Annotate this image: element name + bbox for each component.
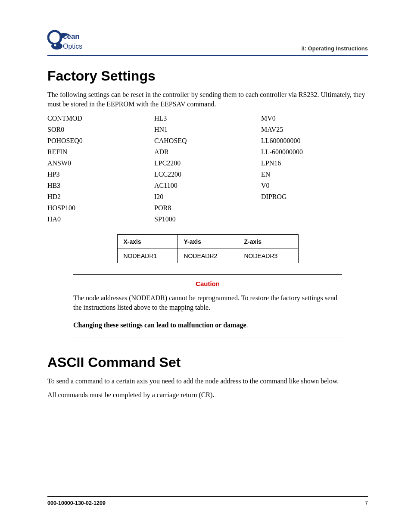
settings-columns: CONTMOD SOR0 POHOSEQ0 REFIN ANSW0 HP3 HB…	[47, 115, 368, 223]
settings-col-3: MV0 MAV25 LL600000000 LL-600000000 LPN16…	[261, 115, 368, 223]
doc-number: 000-10000-130-02-1209	[47, 500, 106, 506]
caution-box: Caution The node addresses (NODEADR) can…	[73, 274, 342, 337]
axis-cell: NODEADR3	[238, 249, 298, 263]
setting-item: V0	[261, 182, 368, 190]
setting-item: HN1	[154, 126, 261, 134]
caution-title: Caution	[73, 280, 342, 287]
axis-cell: NODEADR1	[117, 249, 177, 263]
svg-point-2	[51, 43, 62, 50]
setting-item: SOR0	[47, 126, 154, 134]
setting-item: HL3	[154, 115, 261, 122]
setting-item: LPC2200	[154, 159, 261, 167]
caution-text: The node addresses (NODEADR) cannot be r…	[73, 293, 342, 313]
axis-header: Z-axis	[238, 234, 298, 249]
setting-item: ADR	[154, 148, 261, 156]
ascii-paragraph-1: To send a command to a certain axis you …	[47, 376, 368, 386]
ascii-paragraph-2: All commands must be completed by a carr…	[47, 390, 368, 400]
setting-item: LPN16	[261, 159, 368, 167]
setting-item: ANSW0	[47, 159, 154, 167]
setting-item: HOSP100	[47, 204, 154, 212]
setting-item: POHOSEQ0	[47, 137, 154, 145]
ocean-optics-logo: cean Optics	[47, 30, 95, 53]
heading-factory-settings: Factory Settings	[47, 68, 368, 84]
setting-item: LL600000000	[261, 137, 368, 145]
setting-item: LL-600000000	[261, 148, 368, 156]
setting-item: HB3	[47, 182, 154, 190]
setting-item: POR8	[154, 204, 261, 212]
axis-table: X-axis Y-axis Z-axis NODEADR1 NODEADR2 N…	[117, 234, 299, 263]
axis-header: Y-axis	[177, 234, 238, 249]
setting-item: I20	[154, 193, 261, 201]
axis-header: X-axis	[117, 234, 177, 249]
setting-item: CONTMOD	[47, 115, 154, 122]
svg-point-3	[54, 44, 56, 47]
setting-item: SP1000	[154, 215, 261, 223]
heading-ascii-command-set: ASCII Command Set	[47, 355, 368, 370]
page-header: cean Optics 3: Operating Instructions	[47, 30, 368, 56]
setting-item: MAV25	[261, 126, 368, 134]
setting-item: DIPROG	[261, 193, 368, 201]
setting-item: REFIN	[47, 148, 154, 156]
page-number: 7	[365, 500, 368, 506]
settings-col-2: HL3 HN1 CAHOSEQ ADR LPC2200 LCC2200 AC11…	[154, 115, 261, 223]
svg-text:cean: cean	[63, 32, 80, 40]
svg-point-0	[48, 31, 61, 44]
setting-item: HD2	[47, 193, 154, 201]
setting-item: EN	[261, 171, 368, 178]
axis-cell: NODEADR2	[177, 249, 238, 263]
page-footer: 000-10000-130-02-1209 7	[47, 496, 368, 506]
caution-warning: Changing these settings can lead to malf…	[73, 321, 342, 329]
setting-item: HA0	[47, 215, 154, 223]
intro-paragraph: The following settings can be reset in t…	[47, 90, 368, 109]
setting-item: CAHOSEQ	[154, 137, 261, 145]
section-label: 3: Operating Instructions	[301, 45, 368, 53]
svg-text:Optics: Optics	[63, 43, 82, 50]
setting-item: HP3	[47, 171, 154, 178]
setting-item: MV0	[261, 115, 368, 122]
settings-col-1: CONTMOD SOR0 POHOSEQ0 REFIN ANSW0 HP3 HB…	[47, 115, 154, 223]
setting-item: LCC2200	[154, 171, 261, 178]
setting-item: AC1100	[154, 182, 261, 190]
